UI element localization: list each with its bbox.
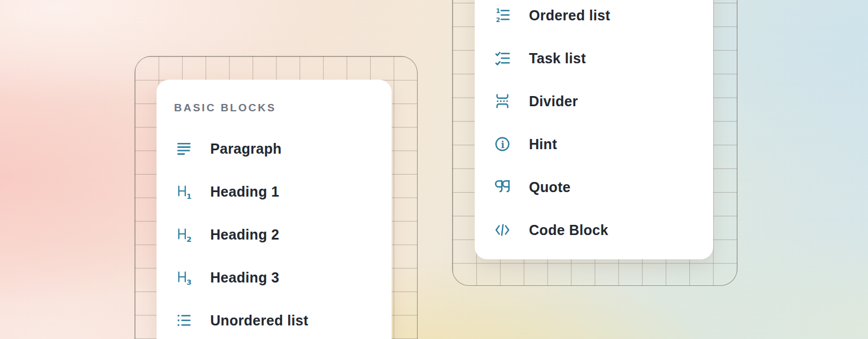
paragraph-icon — [176, 141, 192, 157]
menu-item-divider[interactable]: Divider — [475, 80, 713, 123]
menu-item-hint[interactable]: i Hint — [475, 123, 713, 166]
menu-item-ordered-list[interactable]: 1 2 Ordered list — [475, 0, 713, 37]
menu-item-label: Heading 2 — [210, 227, 279, 243]
svg-text:1: 1 — [496, 7, 501, 15]
menu-item-quote[interactable]: Quote — [475, 166, 713, 208]
menu-item-label: Divider — [529, 93, 578, 110]
ordered-list-icon: 1 2 — [494, 7, 510, 23]
menu-item-label: Hint — [529, 136, 557, 153]
svg-text:3: 3 — [186, 278, 192, 286]
unordered-list-icon — [176, 312, 192, 328]
svg-text:2: 2 — [186, 235, 192, 243]
heading-1-icon: 1 — [176, 184, 192, 199]
menu-item-task-list[interactable]: Task list — [475, 37, 713, 80]
menu-item-label: Ordered list — [529, 7, 610, 24]
menu-item-heading-1[interactable]: 1 Heading 1 — [157, 170, 392, 213]
menu-item-label: Heading 3 — [210, 270, 279, 286]
svg-text:i: i — [501, 140, 504, 150]
menu-item-label: Unordered list — [210, 312, 309, 329]
heading-2-icon: 2 — [176, 227, 192, 242]
menu-item-label: Quote — [529, 179, 571, 195]
menu-item-unordered-list[interactable]: Unordered list — [157, 299, 392, 339]
menu-item-heading-2[interactable]: 2 Heading 2 — [157, 213, 392, 256]
svg-text:2: 2 — [496, 16, 501, 24]
background: BASIC BLOCKS Paragraph 1 Heading 1 — [0, 0, 868, 339]
basic-blocks-menu: BASIC BLOCKS Paragraph 1 Heading 1 — [157, 80, 392, 339]
svg-text:1: 1 — [186, 192, 192, 200]
divider-icon — [494, 93, 510, 109]
menu-item-heading-3[interactable]: 3 Heading 3 — [157, 256, 392, 299]
menu-item-label: Task list — [529, 50, 586, 67]
menu-item-code-block[interactable]: Code Block — [475, 208, 713, 251]
section-header-basic-blocks: BASIC BLOCKS — [174, 101, 392, 115]
hint-icon: i — [494, 136, 510, 152]
task-list-icon — [494, 50, 510, 66]
menu-item-label: Paragraph — [210, 141, 281, 157]
code-block-icon — [494, 222, 510, 238]
menu-item-paragraph[interactable]: Paragraph — [157, 127, 392, 170]
quote-icon — [494, 179, 510, 195]
menu-item-label: Heading 1 — [210, 184, 279, 200]
heading-3-icon: 3 — [176, 270, 192, 285]
blocks-menu-continued: 1 2 Ordered list Task list — [475, 0, 713, 259]
menu-item-label: Code Block — [529, 222, 609, 238]
